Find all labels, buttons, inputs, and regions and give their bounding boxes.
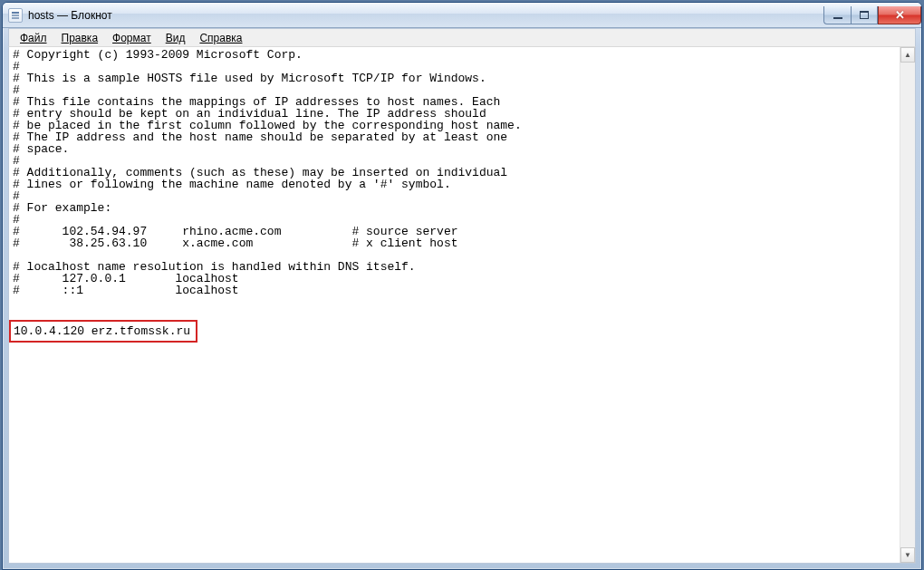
editor-content: # Copyright (c) 1993-2009 Microsoft Corp… bbox=[13, 48, 522, 297]
window-title: hosts — Блокнот bbox=[28, 9, 112, 22]
close-icon: ✕ bbox=[895, 8, 905, 22]
menu-help[interactable]: Справка bbox=[192, 29, 249, 47]
close-button[interactable]: ✕ bbox=[878, 6, 921, 24]
minimize-button[interactable] bbox=[823, 6, 851, 24]
minimize-icon bbox=[833, 17, 842, 19]
client-area: # Copyright (c) 1993-2009 Microsoft Corp… bbox=[8, 47, 916, 564]
scroll-up-button[interactable]: ▲ bbox=[900, 47, 915, 63]
menu-view[interactable]: Вид bbox=[159, 29, 193, 47]
text-editor[interactable]: # Copyright (c) 1993-2009 Microsoft Corp… bbox=[9, 47, 900, 563]
window-controls: ✕ bbox=[823, 6, 921, 24]
scroll-track[interactable] bbox=[900, 63, 915, 547]
chevron-down-icon: ▼ bbox=[904, 551, 911, 559]
scroll-down-button[interactable]: ▼ bbox=[900, 547, 915, 563]
highlighted-entry: 10.0.4.120 erz.tfomssk.ru bbox=[9, 320, 197, 343]
vertical-scrollbar[interactable]: ▲ ▼ bbox=[900, 47, 915, 563]
menu-edit[interactable]: Правка bbox=[54, 29, 106, 47]
maximize-button[interactable] bbox=[851, 6, 878, 24]
title-bar[interactable]: hosts — Блокнот ✕ bbox=[3, 3, 921, 28]
notepad-icon bbox=[8, 8, 23, 23]
menu-bar: Файл Правка Формат Вид Справка bbox=[8, 28, 916, 47]
maximize-icon bbox=[860, 11, 869, 19]
notepad-window: hosts — Блокнот ✕ Файл Правка Формат Вид… bbox=[2, 2, 922, 570]
menu-file[interactable]: Файл bbox=[13, 29, 54, 47]
chevron-up-icon: ▲ bbox=[904, 51, 911, 59]
menu-format[interactable]: Формат bbox=[105, 29, 159, 47]
